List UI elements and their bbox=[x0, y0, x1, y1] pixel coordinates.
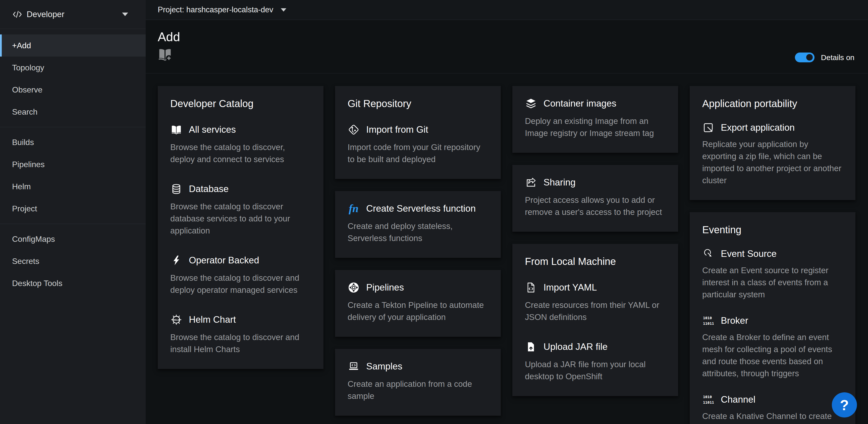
add-page: Add Details on Developer CatalogAll serv… bbox=[146, 20, 868, 424]
sidebar-item-topology[interactable]: Topology bbox=[0, 57, 146, 79]
item-header: Event Source bbox=[702, 248, 843, 260]
item-samples[interactable]: SamplesCreate an application from a code… bbox=[348, 360, 488, 402]
helm-icon: HELM bbox=[170, 314, 182, 326]
item-create-serverless-function[interactable]: fnCreate Serverless functionCreate and d… bbox=[348, 203, 488, 244]
help-button[interactable]: ? bbox=[832, 392, 857, 418]
item-all-services[interactable]: All servicesBrowse the catalog to discov… bbox=[170, 124, 311, 165]
item-pipelines[interactable]: PipelinesCreate a Tekton Pipeline to aut… bbox=[348, 282, 488, 323]
item-database[interactable]: DatabaseBrowse the catalog to discover d… bbox=[170, 183, 311, 237]
sidebar-item-secrets[interactable]: Secrets bbox=[0, 250, 146, 272]
details-switch[interactable] bbox=[795, 53, 814, 62]
item-broker[interactable]: 101011011BrokerCreate a Broker to define… bbox=[702, 315, 843, 379]
sidebar-divider bbox=[0, 127, 146, 127]
item-import-yaml[interactable]: Import YAMLCreate resources from their Y… bbox=[525, 282, 665, 323]
sidebar-item-add[interactable]: +Add bbox=[0, 34, 146, 57]
fn-icon: fn bbox=[348, 203, 360, 215]
item-container-images[interactable]: Container imagesDeploy an existing Image… bbox=[525, 97, 665, 139]
bolt-icon bbox=[170, 254, 182, 266]
sidebar-item-label: Observe bbox=[12, 85, 42, 94]
sidebar-item-observe[interactable]: Observe bbox=[0, 79, 146, 101]
binary-icon: 101011011 bbox=[702, 394, 714, 406]
project-selector-bar[interactable]: Project: harshcasper-localsta-dev bbox=[146, 0, 868, 20]
item-operator-backed[interactable]: Operator BackedBrowse the catalog to dis… bbox=[170, 254, 311, 296]
svg-text:11011: 11011 bbox=[703, 321, 714, 326]
file-upload-icon bbox=[525, 341, 537, 353]
item-helm-chart[interactable]: HELMHelm ChartBrowse the catalog to disc… bbox=[170, 314, 311, 356]
item-description: Browse the catalog to discover and insta… bbox=[170, 331, 311, 356]
item-title: Pipelines bbox=[366, 282, 404, 293]
item-header: 101011011Channel bbox=[702, 394, 843, 406]
card-developer-catalog: Developer CatalogAll servicesBrowse the … bbox=[158, 86, 323, 369]
item-title: Upload JAR file bbox=[544, 341, 608, 352]
item-import-from-git[interactable]: Import from GitImport code from your Git… bbox=[348, 124, 488, 165]
item-description: Replicate your application by exporting … bbox=[702, 138, 843, 187]
sidebar-item-configmaps[interactable]: ConfigMaps bbox=[0, 228, 146, 250]
item-header: Import YAML bbox=[525, 282, 665, 293]
sidebar-nav: +AddTopologyObserveSearchBuildsPipelines… bbox=[0, 29, 146, 294]
sidebar-item-project[interactable]: Project bbox=[0, 198, 146, 220]
export-icon bbox=[702, 122, 714, 134]
sidebar-item-pipelines[interactable]: Pipelines bbox=[0, 153, 146, 175]
item-title: Database bbox=[189, 183, 228, 195]
item-description: Create an Event source to register inter… bbox=[702, 264, 843, 301]
sidebar-item-search[interactable]: Search bbox=[0, 101, 146, 123]
card-title: Git Repository bbox=[348, 97, 488, 110]
card-title: Eventing bbox=[702, 224, 843, 236]
perspective-switcher[interactable]: Developer bbox=[0, 0, 146, 29]
item-description: Create a Tekton Pipeline to automate del… bbox=[348, 299, 488, 323]
sidebar-item-label: Search bbox=[12, 107, 37, 117]
sidebar-item-builds[interactable]: Builds bbox=[0, 131, 146, 153]
database-icon bbox=[170, 183, 182, 195]
card-title: From Local Machine bbox=[525, 255, 665, 267]
item-channel[interactable]: 101011011ChannelCreate a Knative Channel… bbox=[702, 394, 843, 424]
item-sharing[interactable]: SharingProject access allows you to add … bbox=[525, 176, 665, 218]
item-upload-jar-file[interactable]: Upload JAR fileUpload a JAR file from yo… bbox=[525, 341, 665, 383]
card-eventing: EventingEvent SourceCreate an Event sour… bbox=[690, 212, 856, 424]
svg-text:11011: 11011 bbox=[703, 400, 714, 405]
item-event-source[interactable]: Event SourceCreate an Event source to re… bbox=[702, 248, 843, 301]
question-mark-icon: ? bbox=[840, 397, 849, 414]
card-title: Application portability bbox=[702, 97, 843, 110]
item-export-application[interactable]: Export applicationReplicate your applica… bbox=[702, 122, 843, 187]
item-description: Deploy an existing Image from an Image r… bbox=[525, 115, 665, 139]
item-description: Project access allows you to add or remo… bbox=[525, 194, 665, 218]
item-description: Browse the catalog to discover, deploy a… bbox=[170, 141, 311, 165]
item-description: Browse the catalog to discover and deplo… bbox=[170, 272, 311, 296]
switch-knob-icon bbox=[806, 54, 813, 61]
card-title: Developer Catalog bbox=[170, 97, 311, 110]
item-title: All services bbox=[189, 124, 236, 135]
sidebar-item-label: Project bbox=[12, 204, 37, 214]
laptop-code-icon bbox=[348, 360, 360, 372]
sidebar-item-label: ConfigMaps bbox=[12, 234, 55, 244]
card-container-images: Container imagesDeploy an existing Image… bbox=[513, 86, 678, 153]
item-header: Pipelines bbox=[348, 282, 488, 293]
quick-starts-button[interactable] bbox=[158, 48, 172, 62]
item-header: Import from Git bbox=[348, 124, 488, 136]
item-header: Database bbox=[170, 183, 311, 195]
sidebar-item-label: Pipelines bbox=[12, 160, 45, 169]
card-application-portability: Application portabilityExport applicatio… bbox=[690, 86, 856, 200]
sidebar-item-label: +Add bbox=[12, 41, 31, 50]
card-column: Developer CatalogAll servicesBrowse the … bbox=[158, 86, 323, 424]
item-description: Create resources from their YAML or JSON… bbox=[525, 299, 665, 323]
event-source-icon bbox=[702, 248, 714, 260]
sidebar-item-label: Helm bbox=[12, 182, 31, 191]
item-header: 101011011Broker bbox=[702, 315, 843, 327]
binary-icon: 101011011 bbox=[702, 315, 714, 327]
page-header: Add Details on bbox=[146, 20, 868, 74]
card-samples: SamplesCreate an application from a code… bbox=[335, 349, 501, 416]
file-code-icon bbox=[525, 282, 537, 293]
item-title: Sharing bbox=[544, 177, 576, 188]
sidebar-item-desktop-tools[interactable]: Desktop Tools bbox=[0, 272, 146, 294]
svg-text:HELM: HELM bbox=[173, 319, 180, 321]
item-title: Container images bbox=[544, 98, 616, 109]
item-header: Container images bbox=[525, 97, 665, 110]
share-icon bbox=[525, 176, 537, 189]
card-column: Git RepositoryImport from GitImport code… bbox=[335, 86, 501, 424]
item-title: Export application bbox=[721, 122, 795, 133]
item-header: HELMHelm Chart bbox=[170, 314, 311, 326]
item-title: Import YAML bbox=[544, 282, 597, 293]
card-sharing: SharingProject access allows you to add … bbox=[513, 165, 678, 232]
sidebar-item-helm[interactable]: Helm bbox=[0, 175, 146, 198]
card-column: Container imagesDeploy an existing Image… bbox=[513, 86, 678, 424]
